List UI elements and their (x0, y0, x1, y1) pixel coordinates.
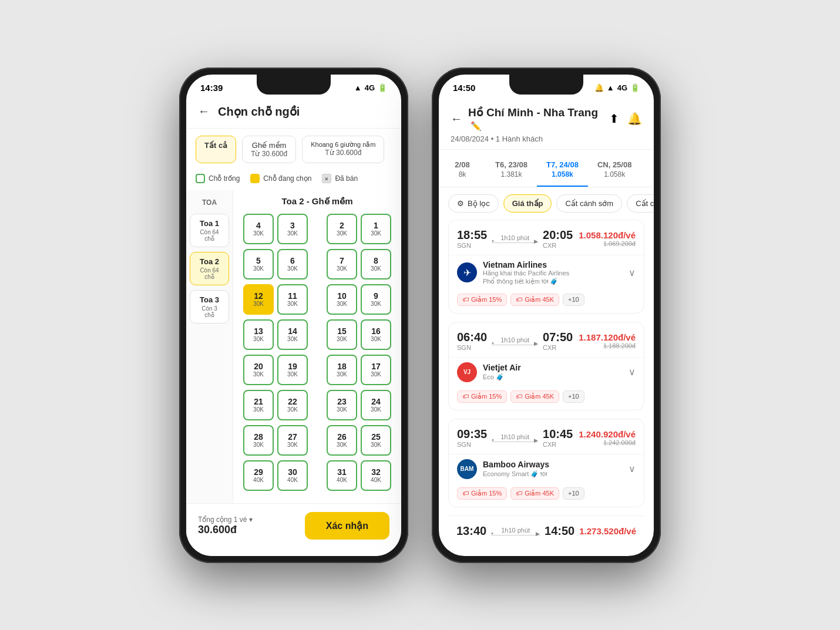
seat-31[interactable]: 3140K (327, 460, 357, 491)
seat-map-container: TOA Toa 1 Còn 64chỗ Toa 2 Còn 64chỗ Toa … (186, 190, 401, 537)
seat-12[interactable]: 1230K (243, 284, 274, 315)
notch-right (509, 75, 583, 95)
bell-icon: 🔔 (594, 83, 604, 92)
date-tab-2[interactable]: T7, 24/08 1.058k (537, 156, 588, 187)
date-tab-1[interactable]: T6, 23/08 1.381k (486, 156, 537, 187)
filter-icon: ⚙ (457, 199, 464, 208)
partial-duration: 1h10 phút (491, 527, 540, 535)
seat-selection-header: ← Chọn chỗ ngồi (186, 97, 401, 129)
aisle-gap-1 (313, 214, 322, 244)
expand-arrow-1[interactable]: ∨ (629, 366, 636, 378)
promo-row-2: 🏷 Giảm 15% 🏷 Giảm 45K +10 (449, 484, 644, 507)
flight-header-top: ← Hồ Chí Minh - Nha Trang ✏️ ⬆ 🔔 (451, 106, 642, 132)
filter-all[interactable]: Tất cả (196, 136, 236, 163)
network-left: 4G (365, 83, 375, 92)
seat-26[interactable]: 2630K (327, 425, 357, 456)
confirm-button[interactable]: Xác nhận (305, 512, 389, 540)
promo-row-0: 🏷 Giảm 15% 🏷 Giảm 45K +10 (449, 290, 644, 313)
seat-9[interactable]: 930K (361, 284, 391, 315)
meal-luggage-icon: 🧳 🍽 (530, 470, 547, 477)
expand-arrow-0[interactable]: ∨ (629, 267, 636, 278)
seat-5[interactable]: 530K (243, 249, 274, 279)
departure-0: 18:55 SGN (457, 228, 487, 249)
seat-22[interactable]: 2230K (277, 390, 308, 420)
share-icon[interactable]: ⬆ (609, 112, 619, 126)
seat-18[interactable]: 1830K (327, 355, 357, 385)
seat-20[interactable]: 2030K (243, 355, 274, 385)
seat-11[interactable]: 1130K (277, 284, 308, 315)
seat-8[interactable]: 830K (361, 249, 391, 279)
legend-box-sold: ✕ (322, 174, 331, 183)
right-screen: 14:50 🔔 ▲ 4G 🔋 ← Hồ Chí Minh - Nha Trang… (439, 75, 654, 556)
seat-24[interactable]: 2430K (361, 390, 391, 420)
seat-1[interactable]: 130K (361, 214, 391, 244)
aisle-gap-8 (313, 460, 322, 491)
toa-item-2[interactable]: Toa 2 Còn 64chỗ (190, 252, 229, 285)
seat-15[interactable]: 1530K (327, 319, 357, 350)
seat-group-right-4: 1530K 1630K (327, 319, 391, 350)
notification-icon[interactable]: 🔔 (627, 112, 642, 126)
expand-arrow-2[interactable]: ∨ (629, 463, 636, 474)
seat-row-5: 2030K 1930K 1830K 1730K (240, 355, 394, 385)
status-icons-right: 🔔 ▲ 4G 🔋 (594, 83, 640, 92)
flight-card-2[interactable]: 09:35 SGN 1h10 phút 10:45 CXR (448, 419, 644, 507)
filter-chip-gia-thap[interactable]: Giá thấp (503, 194, 552, 213)
seat-30[interactable]: 3040K (277, 460, 308, 491)
seat-23[interactable]: 2330K (327, 390, 357, 420)
seat-19[interactable]: 1930K (277, 355, 308, 385)
seat-28[interactable]: 2830K (243, 425, 274, 456)
date-tab-3[interactable]: CN, 25/08 1.058k (588, 156, 641, 187)
signal-icon-left: ▲ (354, 83, 362, 92)
filter-chip-cat-canh-m[interactable]: Cất cánh m... (627, 194, 654, 213)
seat-6[interactable]: 630K (277, 249, 308, 279)
partial-flight[interactable]: 13:40 1h10 phút 14:50 1.273.520đ/vé (448, 516, 644, 538)
promo-tag-0-1: 🏷 Giảm 45K (510, 294, 559, 306)
back-button-right[interactable]: ← (451, 112, 462, 126)
seat-21[interactable]: 2130K (243, 390, 274, 420)
toa-item-3[interactable]: Toa 3 Còn 3chỗ (190, 290, 229, 324)
filter-chip-bo-loc[interactable]: ⚙ Bộ lọc (448, 194, 499, 213)
total-label[interactable]: Tổng cộng 1 vé ▾ (198, 516, 253, 524)
seat-2[interactable]: 230K (327, 214, 357, 244)
seat-group-right-8: 3140K 3240K (327, 460, 391, 491)
aisle-gap-7 (313, 425, 322, 456)
seat-16[interactable]: 1630K (361, 319, 391, 350)
filter-soft-seat[interactable]: Ghế mềm Từ 30.600đ (242, 136, 296, 163)
seat-10[interactable]: 1030K (327, 284, 357, 315)
seat-27[interactable]: 2730K (277, 425, 308, 456)
filter-chip-cat-canh-som[interactable]: Cất cánh sớm (556, 194, 622, 213)
seat-row-3: 1230K 1130K 1030K 930K (240, 284, 394, 315)
filter-sleeper[interactable]: Khoang 6 giường nằm Từ 30.600đ (302, 136, 384, 163)
luggage-icon: 🧳 (496, 373, 504, 380)
toa-item-1[interactable]: Toa 1 Còn 64chỗ (190, 214, 229, 247)
seat-group-right-2: 730K 830K (327, 249, 391, 279)
date-tab-0[interactable]: 2/08 8k (439, 156, 486, 187)
seat-group-left-2: 530K 630K (243, 249, 308, 279)
airline-info-0: Vietnam Airlines Hãng khai thác Pacific … (483, 260, 623, 285)
edit-icon[interactable]: ✏️ (471, 121, 482, 131)
seat-3[interactable]: 330K (277, 214, 308, 244)
seat-13[interactable]: 1330K (243, 319, 274, 350)
left-phone: 14:39 ▲ 4G 🔋 ← Chọn chỗ ngồi Tất cả Ghế … (179, 68, 408, 563)
percent-icon-2: 🏷 (462, 393, 469, 400)
notch-left (257, 75, 331, 95)
partial-price: 1.273.520đ/vé (579, 526, 636, 536)
seat-row-6: 2130K 2230K 2330K 2430K (240, 390, 394, 420)
seat-32[interactable]: 3240K (361, 460, 391, 491)
partial-arr: 14:50 (545, 524, 574, 538)
seat-7[interactable]: 730K (327, 249, 357, 279)
seat-group-left-4: 1330K 1430K (243, 319, 308, 350)
departure-1: 06:40 SGN (457, 331, 487, 351)
flight-card-0[interactable]: 18:55 SGN 1h10 phút 20:05 CXR (448, 220, 644, 314)
flight-card-1[interactable]: 06:40 SGN 1h10 phút 07:50 CXR (448, 322, 644, 410)
flight-sub: 24/08/2024 • 1 Hành khách (451, 134, 642, 143)
seat-29[interactable]: 2940K (243, 460, 274, 491)
page-title-left: Chọn chỗ ngồi (218, 105, 300, 119)
seat-4[interactable]: 430K (243, 214, 274, 244)
back-button-left[interactable]: ← (198, 105, 210, 118)
seat-25[interactable]: 2530K (361, 425, 391, 456)
total-price: 30.600đ (198, 524, 253, 536)
seat-14[interactable]: 1430K (277, 319, 308, 350)
seat-17[interactable]: 1730K (361, 355, 391, 385)
percent-icon-4: 🏷 (462, 490, 469, 497)
